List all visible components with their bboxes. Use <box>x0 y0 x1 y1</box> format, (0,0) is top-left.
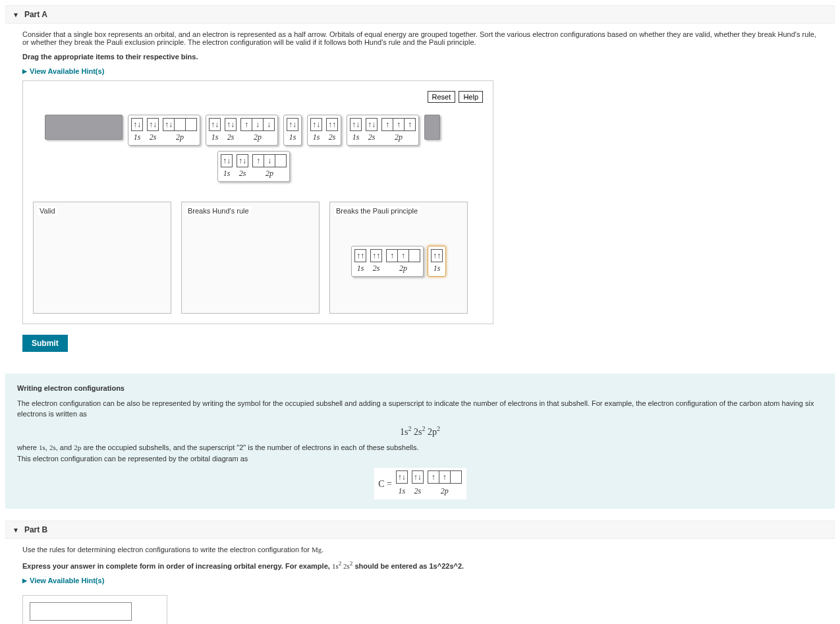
info-panel: Writing electron configurations The elec… <box>5 374 835 509</box>
bin-valid-label: Valid <box>38 206 57 215</box>
help-button[interactable]: Help <box>459 91 483 103</box>
reset-button[interactable]: Reset <box>428 91 456 103</box>
part-b-title: Part B <box>24 525 47 534</box>
orbital-config-item[interactable]: ↑↓1s↑↑2s <box>307 115 341 146</box>
item-pool-row2: ↑↓1s↑↓2s↑↓2p <box>217 151 483 182</box>
orbital-config-item[interactable]: ↑↑1s↑↑2s↑↑2p <box>351 246 424 277</box>
part-a-submit-button[interactable]: Submit <box>22 335 68 352</box>
part-a-hint-toggle[interactable]: ▶ View Available Hint(s) <box>22 67 104 75</box>
pool-spacer[interactable] <box>424 115 440 140</box>
hint-label: View Available Hint(s) <box>30 67 104 75</box>
bin-pauli[interactable]: Breaks the Pauli principle ↑↑1s↑↑2s↑↑2p↑… <box>329 202 468 314</box>
part-a-content: Consider that a single box represents an… <box>5 30 835 362</box>
answer-input[interactable] <box>30 602 132 621</box>
info-p2: where 1s, 2s, and 2p are the occupied su… <box>17 442 823 453</box>
carbon-eq-label: C = <box>378 477 392 491</box>
part-a-header[interactable]: ▼ Part A <box>5 5 835 24</box>
answer-box <box>22 595 167 624</box>
part-a-title: Part A <box>24 10 47 19</box>
bins-row: Valid Breaks Hund's rule Breaks the Paul… <box>33 202 483 314</box>
part-a-instruction: Drag the appropriate items to their resp… <box>22 53 818 61</box>
info-p3: This electron configuration can be repre… <box>17 453 823 465</box>
part-b-prompt: Use the rules for determining electron c… <box>22 546 818 553</box>
part-a-workspace: Reset Help ↑↓1s↑↓2s↑↓2p↑↓1s↑↓2s↑↓↓2p↑↓1s… <box>22 80 493 324</box>
orbital-config-item[interactable]: ↑↓1s↑↓2s↑↓↓2p <box>206 115 278 146</box>
part-b-hint-toggle[interactable]: ▶ View Available Hint(s) <box>22 577 104 584</box>
orbital-config-item[interactable]: ↑↓1s <box>283 115 302 146</box>
info-equation: 1s2 2s2 2p2 <box>17 424 823 439</box>
part-b-header[interactable]: ▼ Part B <box>5 521 835 539</box>
pool-spacer[interactable] <box>45 115 123 140</box>
workspace-toolbar: Reset Help <box>33 91 483 103</box>
caret-down-icon: ▼ <box>13 526 19 534</box>
orbital-config-item[interactable]: ↑↓1s↑↓2s↑↓2p <box>217 151 290 182</box>
bin-pauli-label: Breaks the Pauli principle <box>334 206 420 215</box>
bin-valid[interactable]: Valid <box>33 202 171 314</box>
caret-down-icon: ▼ <box>13 11 19 18</box>
bin-hund-label: Breaks Hund's rule <box>186 206 251 215</box>
orbital-config-item[interactable]: ↑↓1s↑↓2s↑↓2p <box>128 115 200 146</box>
part-b-instruction: Express your answer in complete form in … <box>22 560 818 570</box>
caret-right-icon: ▶ <box>22 68 27 74</box>
info-title: Writing electron configurations <box>17 383 823 394</box>
part-a-prompt: Consider that a single box represents an… <box>22 30 818 46</box>
info-p1: The electron configuration can be also b… <box>17 398 823 420</box>
carbon-diagram: C = ↑↓1s↑↓2s↑↑2p <box>374 468 466 499</box>
part-b-content: Use the rules for determining electron c… <box>5 546 835 624</box>
hint-label: View Available Hint(s) <box>30 577 104 584</box>
bin-pauli-contents: ↑↑1s↑↑2s↑↑2p↑↑1s <box>334 246 463 277</box>
caret-right-icon: ▶ <box>22 577 27 584</box>
orbital-config-item[interactable]: ↑↑1s <box>428 246 446 277</box>
item-pool: ↑↓1s↑↓2s↑↓2p↑↓1s↑↓2s↑↓↓2p↑↓1s↑↓1s↑↑2s↑↓1… <box>45 115 483 146</box>
orbital-config-item[interactable]: ↑↓1s↑↓2s↑↑↑2p <box>347 115 419 146</box>
bin-hund[interactable]: Breaks Hund's rule <box>181 202 320 314</box>
